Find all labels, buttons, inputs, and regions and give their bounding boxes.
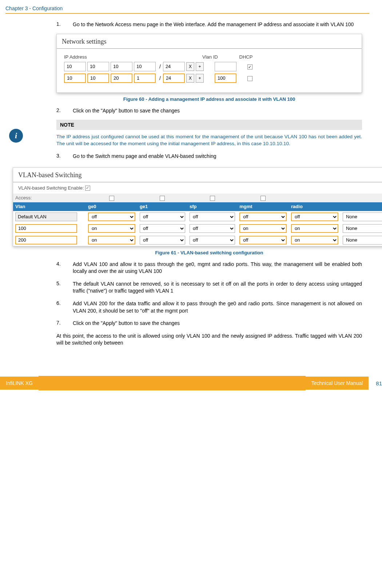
remove-row-button[interactable]: X — [186, 74, 194, 83]
mask-input[interactable] — [163, 74, 185, 83]
step-7-num: 7. — [56, 320, 73, 327]
step-7-text: Click on the "Apply" button to save the … — [73, 320, 362, 327]
vlan-enable-checkbox[interactable] — [85, 186, 90, 191]
mask-slash: / — [159, 64, 161, 69]
vlan-mgmt-select[interactable]: off — [239, 236, 287, 245]
access-ge0-checkbox[interactable] — [109, 196, 114, 201]
info-icon: i — [9, 129, 23, 143]
dhcp-checkbox[interactable] — [247, 76, 252, 81]
vlan-name-input[interactable] — [15, 236, 77, 245]
ip-octet-2[interactable] — [87, 74, 109, 83]
priority-label: Priority — [341, 194, 382, 202]
vlan-priority-select[interactable]: None — [343, 212, 382, 221]
ip-address-label: IP Address — [64, 54, 202, 60]
figure-60-caption: Figure 60 - Adding a management IP addre… — [56, 96, 362, 102]
col-ge1: ge1 — [138, 202, 187, 211]
footer-doc-title: Technical User Manual — [306, 377, 369, 390]
vlan-mgmt-select[interactable]: on — [239, 224, 287, 233]
col-sfp: sfp — [187, 202, 237, 211]
footer-product: InfiLINK XG — [0, 377, 39, 390]
vlan-sfp-select[interactable]: off — [190, 224, 235, 233]
ip-octet-1[interactable] — [64, 62, 86, 71]
vlan-sfp-select[interactable]: off — [190, 236, 235, 245]
vlan-sfp-select[interactable]: off — [190, 212, 235, 221]
vlan-id-input[interactable] — [215, 74, 236, 83]
step-2-text: Click on the "Apply" button to save the … — [73, 107, 362, 115]
ip-octet-4[interactable] — [134, 62, 156, 71]
vlan-name-input[interactable] — [15, 224, 77, 233]
vlan-priority-select[interactable]: None — [343, 236, 382, 245]
access-mgmt-checkbox[interactable] — [260, 196, 266, 201]
vlan-id-input[interactable] — [215, 62, 236, 71]
vlan-ge1-select[interactable]: off — [140, 224, 185, 233]
step-3-num: 3. — [56, 153, 73, 160]
ip-octet-3[interactable] — [111, 74, 132, 83]
vlan-ge0-select[interactable]: on — [88, 236, 135, 245]
vlan-radio-select[interactable]: on — [291, 236, 338, 245]
mask-input[interactable] — [163, 62, 185, 71]
step-4-text: Add VLAN 100 and allow it to pass throug… — [73, 261, 362, 275]
ip-octet-1[interactable] — [64, 74, 86, 83]
vlan-id-label: Vlan ID — [202, 54, 235, 60]
ip-octet-4[interactable] — [134, 74, 156, 83]
chapter-title: Chapter 3 - Configuration — [5, 5, 369, 11]
add-row-button[interactable]: + — [196, 62, 204, 71]
network-settings-title: Network settings — [57, 34, 362, 49]
dhcp-checkbox[interactable] — [247, 64, 252, 69]
note-title: NOTE — [56, 120, 362, 130]
vlan-panel-title: VLAN-based Switching — [13, 168, 382, 182]
remove-row-button[interactable]: X — [186, 62, 194, 71]
vlan-ge0-select[interactable]: off — [88, 212, 135, 221]
step-3-text: Go to the Switch menu page and enable VL… — [73, 153, 362, 160]
mask-slash: / — [159, 75, 161, 81]
vlan-priority-select[interactable]: None — [343, 224, 382, 233]
step-1-num: 1. — [56, 21, 73, 28]
closing-paragraph: At this point, the access to the unit is… — [56, 333, 362, 347]
vlan-ge1-select[interactable]: off — [140, 236, 185, 245]
access-label: Access: — [13, 194, 86, 202]
step-5-num: 5. — [56, 281, 73, 295]
vlan-ge0-select[interactable]: on — [88, 224, 135, 233]
add-row-button[interactable]: + — [196, 74, 204, 83]
col-vlan: Vlan — [13, 202, 86, 211]
vlan-mgmt-select[interactable]: off — [239, 212, 287, 221]
vlan-ge1-select[interactable]: off — [140, 212, 185, 221]
ip-octet-3[interactable] — [111, 62, 132, 71]
dhcp-label: DHCP — [235, 54, 257, 60]
col-radio: radio — [289, 202, 341, 211]
network-settings-panel: Network settings IP Address Vlan ID DHCP… — [56, 34, 362, 93]
ip-octet-2[interactable] — [87, 62, 109, 71]
vlan-switching-panel: VLAN-based Switching VLAN-based Switchin… — [13, 167, 382, 246]
note-text: The IP address just configured cannot be… — [56, 130, 362, 147]
page-footer: InfiLINK XG Technical User Manual 81 — [0, 376, 382, 390]
step-4-num: 4. — [56, 261, 73, 275]
step-5-text: The default VLAN cannot be removed, so i… — [73, 281, 362, 295]
vlan-enable-label: VLAN-based Switching Enable: — [18, 185, 84, 191]
access-ge1-checkbox[interactable] — [160, 196, 165, 201]
step-6-num: 6. — [56, 300, 73, 314]
header-rule — [5, 13, 369, 14]
col-mgmt: mgmt — [237, 202, 289, 211]
vlan-name-input[interactable] — [15, 212, 77, 221]
vlan-radio-select[interactable]: off — [291, 212, 338, 221]
step-6-text: Add VLAN 200 for the data traffic and al… — [73, 300, 362, 314]
access-sfp-checkbox[interactable] — [210, 196, 215, 201]
page-number: 81 — [376, 380, 382, 386]
step-1-text: Go to the Network Access menu page in th… — [73, 21, 362, 28]
col-ge0: ge0 — [86, 202, 138, 211]
step-2-num: 2. — [56, 107, 73, 115]
figure-61-caption: Figure 61 - VLAN-based switching configu… — [56, 250, 362, 255]
vlan-radio-select[interactable]: on — [291, 224, 338, 233]
